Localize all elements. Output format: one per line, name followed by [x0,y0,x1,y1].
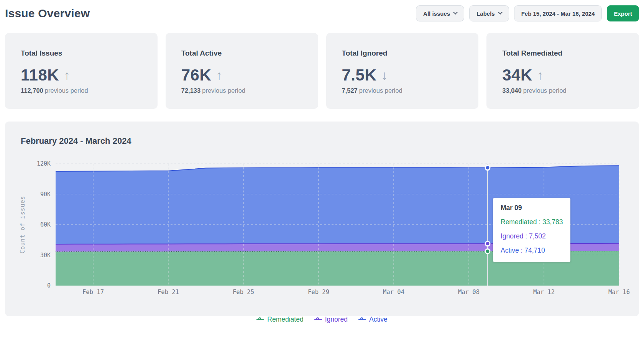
hover-marker-active [485,166,490,170]
dashboard-page: Issue Overview All issues Labels Feb 15,… [0,0,644,345]
date-range-label: Feb 15, 2024 - Mar 16, 2024 [521,10,595,17]
card-title: Total Active [181,49,302,58]
header-controls: All issues Labels Feb 15, 2024 - Mar 16,… [416,5,639,21]
legend-label: Active [369,315,388,324]
card-total-remediated: Total Remediated 34K ↑ 33,040previous pe… [486,33,639,109]
page-title: Issue Overview [5,7,90,20]
x-tick: Feb 21 [158,289,179,296]
tooltip-remediated-value: Remediated : 33,783 [501,218,563,226]
trend-up-icon: ↑ [64,69,70,82]
x-tick: Feb 29 [308,289,329,296]
chart-title: February 2024 - March 2024 [21,136,623,146]
y-axis-ticks: 120K 90K 60K 30K 0 [16,164,51,286]
hover-marker-ignored [485,242,490,246]
card-total-ignored: Total Ignored 7.5K ↓ 7,527previous perio… [326,33,479,109]
all-issues-dropdown-label: All issues [423,10,450,17]
x-tick: Mar 04 [383,289,404,296]
ignored-series-marker-icon [314,318,322,321]
y-tick: 30K [40,252,51,259]
chart-legend: Remediated Ignored Active [21,315,623,324]
card-total-issues: Total Issues 118K ↑ 112,700previous peri… [5,33,158,109]
card-value: 76K [181,66,212,84]
card-title: Total Ignored [342,49,463,58]
y-tick: 90K [40,191,51,198]
legend-label: Remediated [267,315,303,324]
card-previous-period: 33,040previous period [502,87,623,94]
legend-item-active[interactable]: Active [358,315,388,324]
x-axis-ticks: Feb 17 Feb 21 Feb 25 Feb 29 Mar 04 Mar 0… [56,289,619,297]
chevron-down-icon [453,10,457,15]
trend-down-icon: ↓ [381,69,388,82]
card-previous-period: 7,527previous period [342,87,463,94]
x-tick: Mar 08 [458,289,480,296]
labels-dropdown-label: Labels [476,10,495,17]
x-tick: Feb 25 [233,289,254,296]
tooltip-active-value: Active : 74,710 [501,246,563,255]
tooltip-date: Mar 09 [501,204,563,212]
remediated-series-marker-icon [256,318,264,321]
card-value: 34K [502,66,532,84]
chart-panel: February 2024 - March 2024 Count of issu… [5,122,639,316]
chart: Count of issues 120K 90K 60K 30K 0 Feb 1… [21,164,623,324]
chart-tooltip: Mar 09 Remediated : 33,783 Ignored : 7,5… [493,198,570,262]
tooltip-ignored-value: Ignored : 7,502 [501,232,563,240]
x-tick: Feb 17 [82,289,104,296]
card-total-active: Total Active 76K ↑ 72,133previous period [166,33,318,109]
y-tick: 120K [37,160,51,167]
card-value: 118K [21,66,59,84]
header: Issue Overview All issues Labels Feb 15,… [5,0,639,21]
stat-cards-row: Total Issues 118K ↑ 112,700previous peri… [5,33,639,109]
chevron-down-icon [498,10,502,15]
all-issues-dropdown[interactable]: All issues [416,5,464,21]
card-previous-period: 72,133previous period [181,87,302,94]
y-tick: 60K [40,221,51,228]
legend-item-ignored[interactable]: Ignored [314,315,348,324]
trend-up-icon: ↑ [216,69,222,82]
trend-up-icon: ↑ [537,69,544,82]
plot-area[interactable]: Count of issues 120K 90K 60K 30K 0 Feb 1… [56,164,619,286]
x-tick: Mar 12 [533,289,555,296]
card-previous-period: 112,700previous period [21,87,142,94]
legend-item-remediated[interactable]: Remediated [256,315,303,324]
date-range-picker[interactable]: Feb 15, 2024 - Mar 16, 2024 [514,5,602,21]
active-series-marker-icon [358,318,366,321]
labels-dropdown[interactable]: Labels [469,5,509,21]
card-title: Total Remediated [502,49,623,58]
hover-marker-remediated [485,249,490,253]
legend-label: Ignored [325,315,348,324]
x-tick: Mar 16 [608,289,630,296]
y-tick: 0 [47,282,51,289]
export-button[interactable]: Export [607,5,639,21]
card-value: 7.5K [342,66,377,84]
card-title: Total Issues [21,49,142,58]
